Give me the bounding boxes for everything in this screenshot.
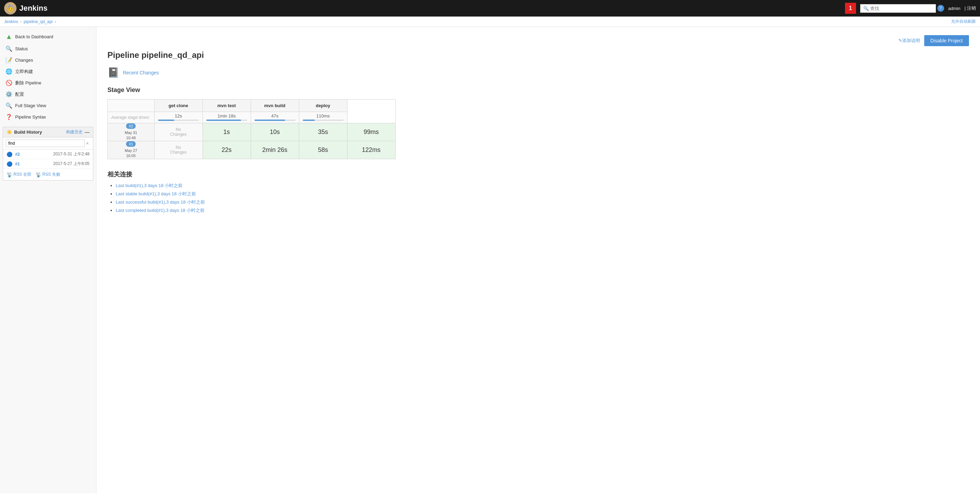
back-to-dashboard-label: Back to Dashboard [15, 34, 53, 39]
sidebar-item-delete-pipeline[interactable]: 🚫 删除 Pipeline [0, 77, 96, 89]
notification-badge[interactable]: 1 [845, 3, 856, 14]
build-2-link[interactable]: #2 [15, 152, 20, 157]
build-1-no-changes: NoChanges [154, 141, 202, 159]
sidebar-pipeline-syntax-label: Pipeline Syntax [15, 115, 46, 120]
build-2-date: 2017-5-31 上午2:48 [53, 151, 89, 157]
bh-icon: ☀️ [6, 129, 12, 135]
build-2-badge[interactable]: #2 [126, 123, 136, 129]
breadcrumb-pipeline[interactable]: pipeline_qd_api [24, 19, 52, 24]
build-history-search-input[interactable] [6, 140, 85, 147]
build-2-mvn-test[interactable]: 10s [251, 123, 299, 141]
last-completed-build-link[interactable]: Last completed build(#1),3 days 18 小时之前 [116, 208, 205, 213]
admin-link[interactable]: admin [948, 6, 960, 11]
search-icon: 🔍 [863, 6, 869, 11]
recent-changes-section: 📓 Recent Changes [107, 67, 969, 78]
disable-project-button[interactable]: Disable Project [924, 35, 969, 46]
build-1-info: #1 May 2716:05 [108, 141, 154, 159]
rss-fail-icon: 📡 [35, 172, 41, 177]
sidebar-item-status[interactable]: 🔍 Status [0, 43, 96, 54]
build-1-badge[interactable]: #1 [126, 141, 136, 147]
build-history-title: Build History [14, 129, 64, 135]
build-2-info: #2 May 3110:48 [108, 123, 154, 141]
jenkins-logo[interactable]: 🧓 Jenkins [4, 2, 48, 14]
progress-bar-get-clone [158, 120, 199, 121]
bh-rss-section: 📡 RSS 全部 📡 RSS 失败 [3, 169, 93, 180]
build-item-1: 🔵 #1 2017-5-27 上午8:05 [3, 159, 93, 169]
configure-icon: ⚙️ [5, 91, 13, 97]
breadcrumb: Jenkins › pipeline_qd_api › 允许自动刷新 [0, 16, 980, 27]
last-successful-build-link[interactable]: Last successful build(#1),3 days 18 小时之前 [116, 199, 205, 205]
build-2-get-clone[interactable]: 1s [202, 123, 251, 141]
progress-bar-mvn-build [255, 120, 296, 121]
arrow-up-icon: ▲ [5, 33, 13, 41]
search-input[interactable] [870, 6, 933, 11]
main-content: ✎添加说明 Disable Project Pipeline pipeline_… [96, 27, 980, 493]
avg-mvn-build: 47s [251, 112, 299, 123]
sidebar: ▲ Back to Dashboard 🔍 Status 📝 Changes 🌐… [0, 27, 96, 493]
sidebar-item-configure[interactable]: ⚙️ 配置 [0, 89, 96, 100]
sidebar-item-full-stage-view[interactable]: 🔍 Full Stage View [0, 100, 96, 111]
build-2-deploy[interactable]: 99ms [347, 123, 395, 141]
build-1-date: 2017-5-27 上午8:05 [53, 161, 89, 167]
avg-get-clone: 12s [154, 112, 202, 123]
status-icon: 🔍 [5, 45, 13, 52]
sidebar-status-label: Status [15, 46, 28, 51]
breadcrumb-sep-1: › [20, 19, 22, 24]
jenkins-avatar: 🧓 [4, 2, 16, 14]
build-history-panel: ☀️ Build History 构建历史 — × 🔵 #2 2017-5-31… [3, 127, 93, 180]
related-link-item-1: Last build(#1),3 days 18 小时之前 [116, 183, 969, 189]
build-1-status-icon: 🔵 [6, 161, 13, 167]
avg-mvn-test: 1min 18s [202, 112, 251, 123]
avg-deploy: 110ms [299, 112, 347, 123]
last-build-link[interactable]: Last build(#1),3 days 18 小时之前 [116, 183, 183, 188]
logout-link[interactable]: | 注销 [964, 5, 976, 11]
recent-changes-link[interactable]: Recent Changes [123, 70, 159, 75]
rss-fail-link[interactable]: 📡 RSS 失败 [35, 172, 60, 177]
last-stable-build-link[interactable]: Last stable build(#1),3 days 18 小时之前 [116, 191, 196, 196]
build-1-date-cell: May 2716:05 [108, 148, 154, 159]
add-description-link[interactable]: ✎添加说明 [898, 38, 920, 44]
stage-col-mvn-build: mvn build [251, 100, 299, 112]
help-icon[interactable]: ? [937, 5, 944, 12]
top-actions: ✎添加说明 Disable Project [107, 35, 969, 46]
build-history-header: ☀️ Build History 构建历史 — [3, 127, 93, 137]
stage-col-mvn-test: mvn test [202, 100, 251, 112]
build-2-no-changes: NoChanges [154, 123, 202, 141]
stage-view-table: get clone mvn test mvn build deploy Aver… [107, 99, 396, 159]
allow-refresh-link[interactable]: 允许自动刷新 [951, 19, 976, 24]
breadcrumb-jenkins[interactable]: Jenkins [4, 19, 18, 24]
rss-all-icon: 📡 [6, 172, 13, 177]
build-row-2: #2 May 3110:48 NoChanges 1s 10s 35s 99ms [108, 123, 396, 141]
pipeline-syntax-icon: ❓ [5, 114, 13, 120]
rss-all-link[interactable]: 📡 RSS 全部 [6, 172, 31, 177]
build-1-mvn-test[interactable]: 2min 26s [251, 141, 299, 159]
build-search-clear-button[interactable]: × [85, 140, 90, 146]
build-1-deploy[interactable]: 122ms [347, 141, 395, 159]
related-links-section: 相关连接 Last build(#1),3 days 18 小时之前 Last … [107, 170, 969, 214]
build-1-get-clone[interactable]: 22s [202, 141, 251, 159]
average-times-row: Average stage times: 12s 1min 18s [108, 112, 396, 123]
sidebar-full-stage-label: Full Stage View [15, 103, 46, 108]
sidebar-item-build-now[interactable]: 🌐 立即构建 [0, 66, 96, 77]
related-links-list: Last build(#1),3 days 18 小时之前 Last stabl… [107, 183, 969, 214]
bh-dash: — [85, 129, 89, 135]
avg-label: Average stage times: [108, 112, 154, 123]
sidebar-item-back-to-dashboard[interactable]: ▲ Back to Dashboard [0, 30, 96, 43]
build-2-mvn-build[interactable]: 35s [299, 123, 347, 141]
sidebar-item-pipeline-syntax[interactable]: ❓ Pipeline Syntax [0, 111, 96, 123]
delete-icon: 🚫 [5, 80, 13, 86]
sidebar-delete-label: 删除 Pipeline [15, 80, 41, 86]
build-row-1: #1 May 2716:05 NoChanges 22s 2min 26s 58… [108, 141, 396, 159]
build-1-link[interactable]: #1 [15, 162, 20, 166]
build-now-icon: 🌐 [5, 68, 13, 75]
search-box: 🔍 [860, 4, 936, 13]
sidebar-build-now-label: 立即构建 [15, 69, 33, 75]
jenkins-title: Jenkins [19, 4, 48, 13]
build-1-mvn-build[interactable]: 58s [299, 141, 347, 159]
build-2-date-cell: May 3110:48 [108, 130, 154, 141]
build-history-link[interactable]: 构建历史 [66, 129, 83, 135]
stage-header-row: get clone mvn test mvn build deploy [108, 100, 396, 112]
main-layout: ▲ Back to Dashboard 🔍 Status 📝 Changes 🌐… [0, 27, 980, 493]
build-history-search: × [3, 137, 93, 150]
sidebar-item-changes[interactable]: 📝 Changes [0, 54, 96, 66]
